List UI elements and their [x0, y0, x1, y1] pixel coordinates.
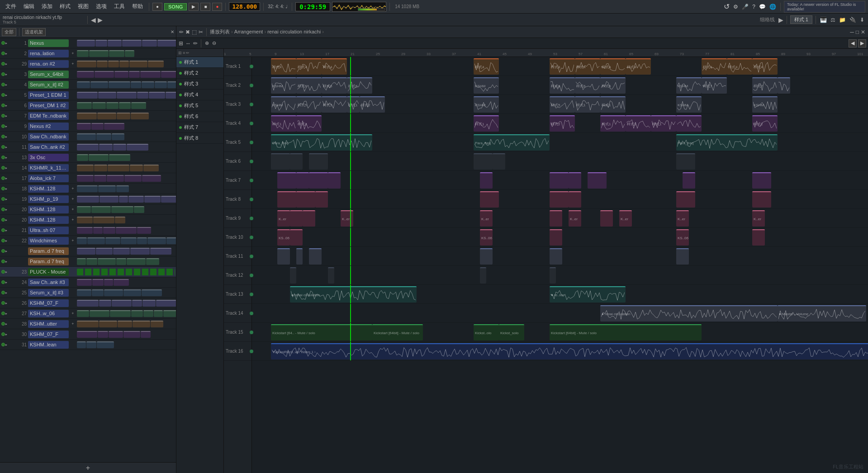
menu-tools[interactable]: 工具 — [111, 2, 128, 11]
arrangement-block[interactable]: KS..06 — [480, 229, 493, 246]
undo-icon[interactable]: ↺ — [724, 2, 730, 11]
arrangement-block[interactable]: 样式1 — [271, 115, 296, 132]
arrangement-block[interactable]: 样式1 — [347, 96, 360, 113]
ch-mute-dot[interactable] — [1, 228, 5, 232]
channel-row[interactable]: ▸ 31 KSHM..lean — [0, 340, 176, 350]
arrangement-block[interactable]: 样式6 — [322, 77, 347, 94]
arrangement-block[interactable] — [277, 248, 290, 265]
sub-icon2[interactable]: ↔ — [185, 40, 191, 47]
arrangement-block[interactable] — [778, 77, 790, 94]
arrangement-block[interactable] — [474, 153, 493, 170]
ch-name[interactable]: Windchimes — [28, 237, 69, 245]
pattern-item[interactable]: 样式 2 — [176, 68, 223, 79]
arrangement-block[interactable]: 样式1 — [474, 115, 499, 132]
ch-mute-dot[interactable] — [1, 322, 5, 326]
track-lane[interactable]: K..er K..er K..er K..er K..er K..e — [252, 209, 868, 228]
ch-name[interactable]: Nexus #2 — [28, 123, 69, 130]
ch-mute-dot[interactable] — [1, 291, 5, 294]
ch-name[interactable]: Aioba_ick 7 — [28, 175, 69, 182]
channel-row[interactable]: ▸ 26 KSHM_07_F — [0, 298, 176, 308]
browser-icon2[interactable]: 📁 — [839, 17, 846, 23]
arrangement-block[interactable]: 样式1 — [600, 96, 626, 113]
routing-button[interactable]: 适道机架 — [22, 28, 46, 36]
ch-name[interactable]: KSHM..128 — [28, 206, 69, 213]
arrangement-block[interactable] — [588, 172, 607, 189]
arrangement-block[interactable] — [296, 248, 303, 265]
ch-name[interactable]: Nexus — [28, 39, 69, 47]
ch-mute-dot[interactable] — [1, 187, 5, 190]
arrangement-block[interactable] — [683, 172, 695, 189]
arr-tool-erase[interactable]: ✖ — [185, 29, 190, 35]
arrangement-block[interactable] — [550, 172, 569, 189]
ch-name[interactable]: KSH..w_06 — [28, 310, 69, 317]
arrangement-block[interactable]: ● Master - Volume — [778, 305, 866, 322]
arr-tool-draw[interactable]: ✏ — [179, 29, 184, 35]
arr-minimize[interactable]: ─ — [850, 29, 854, 35]
ch-name[interactable]: KSHM_07_F — [28, 299, 69, 307]
ch-mute-dot[interactable] — [1, 62, 5, 66]
ch-mute-dot[interactable] — [1, 41, 5, 45]
arrangement-block[interactable]: 样式2 — [752, 115, 778, 132]
arrangement-block[interactable] — [303, 210, 315, 227]
arrangement-block[interactable]: Para_freq — [474, 134, 550, 151]
channel-row[interactable]: ▸ 23 PLUCK - Mouse — [0, 267, 176, 277]
arrangement-block[interactable] — [480, 248, 493, 265]
arrangement-block[interactable]: KSHM — [271, 96, 296, 113]
menu-help[interactable]: 帮助 — [129, 2, 146, 11]
arrangement-block[interactable]: 样式4 — [474, 58, 499, 75]
ch-mute-dot[interactable] — [1, 208, 5, 211]
sub-icon1[interactable]: ⊞ — [179, 40, 183, 47]
rec-button[interactable]: ● — [212, 3, 222, 11]
channel-row[interactable]: ▸ 4 Serum_x_it] #2 — [0, 80, 176, 90]
piano-roll-icon[interactable]: 🎹 — [820, 17, 827, 23]
prev-pattern[interactable]: ◀ — [91, 16, 96, 24]
arrangement-block[interactable] — [550, 210, 562, 227]
ch-name[interactable]: EDM Te..ndbank — [28, 112, 69, 120]
ch-name[interactable]: Serum_x_64bit — [28, 71, 69, 78]
arrangement-block[interactable]: 样式5 — [322, 96, 347, 113]
track-lane[interactable] — [252, 171, 868, 190]
download-icon[interactable]: ⬇ — [860, 17, 864, 23]
arrangement-block[interactable]: KS..06 — [676, 229, 689, 246]
channel-row[interactable]: ▸ 30 KSHM_07_F — [0, 329, 176, 340]
arrangement-block[interactable]: K..er — [752, 210, 765, 227]
arrangement-block[interactable] — [271, 153, 290, 170]
menu-style[interactable]: 样式 — [57, 2, 73, 11]
arrangement-block[interactable]: K..er — [277, 210, 290, 227]
arrangement-block[interactable]: 样式4 — [575, 58, 600, 75]
ch-mute-dot[interactable] — [1, 156, 5, 159]
track-lane[interactable] — [252, 247, 868, 266]
arrangement-block[interactable]: 样式2 — [296, 115, 322, 132]
ch-name[interactable]: KSHM..utter — [28, 320, 69, 328]
arrangement-block[interactable] — [600, 210, 613, 227]
arrangement-block[interactable] — [290, 267, 296, 284]
pattern-item[interactable]: 样式 7 — [176, 122, 223, 133]
arrangement-block[interactable]: 样式5 — [550, 96, 575, 113]
track-lane[interactable]: 样式4 样式4 样式4 样式4 样式4 样式4 样式4 样式4 样式4 样式 — [252, 57, 868, 76]
arrangement-block[interactable] — [480, 191, 499, 208]
arrangement-block[interactable]: 样式6 — [575, 77, 600, 94]
ch-mute-dot[interactable] — [1, 176, 5, 180]
arrangement-block[interactable]: 样式6 — [600, 77, 626, 94]
arrangement-block[interactable]: K..er — [569, 210, 581, 227]
arrangement-block[interactable]: 样式7 — [702, 77, 727, 94]
arrangement-block[interactable]: 样式1 — [600, 115, 626, 132]
arrangement-block[interactable]: K..er — [341, 210, 353, 227]
ch-name[interactable]: KSHM..lean — [28, 341, 69, 349]
arrangement-block[interactable] — [550, 267, 556, 284]
ch-mute-dot[interactable] — [1, 312, 5, 315]
next-pattern[interactable]: ▶ — [98, 16, 103, 24]
arrangement-block[interactable]: Kickstart [64.. - Mute / solo — [271, 324, 372, 341]
track-lane[interactable] — [252, 266, 868, 285]
mixer-icon[interactable]: ⚖ — [830, 17, 835, 23]
track-lane[interactable] — [252, 190, 868, 209]
arrangement-block[interactable]: KSHM — [676, 96, 702, 113]
ch-mute-dot[interactable] — [1, 249, 5, 253]
arrangement-block[interactable]: Kickstart [64bit] - Mute / solo — [550, 324, 702, 341]
ch-mute-dot[interactable] — [1, 93, 5, 97]
channel-row[interactable]: ▸ 18 KSHM..128 + — [0, 184, 176, 194]
arrangement-block[interactable] — [676, 153, 695, 170]
play-button[interactable]: ▶ — [189, 3, 199, 11]
channel-row[interactable]: ▸ 5 Preset_1 EDM 1 — [0, 90, 176, 100]
arrangement-block[interactable] — [277, 191, 296, 208]
